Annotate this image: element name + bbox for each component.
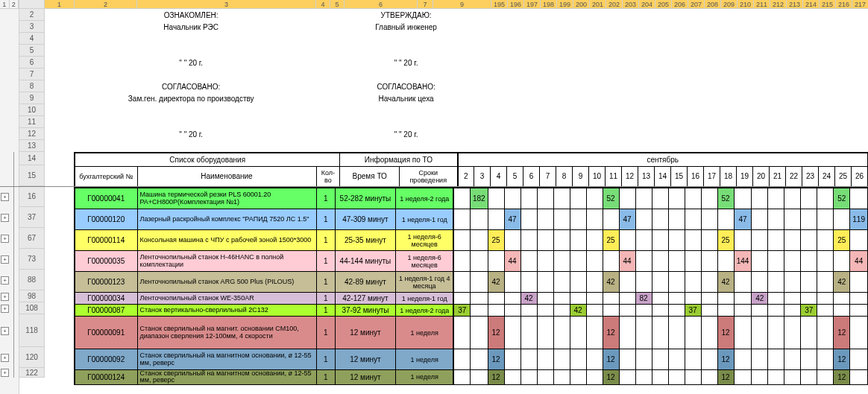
col-header[interactable]: 7 [418, 0, 433, 9]
day-cell[interactable]: 42 [570, 305, 586, 317]
day-cell[interactable] [586, 188, 603, 209]
day-cell[interactable] [701, 188, 717, 209]
day-cell[interactable] [834, 209, 850, 230]
day-cell[interactable] [635, 272, 652, 293]
day-cell[interactable] [570, 317, 586, 349]
day-cell[interactable]: 37 [453, 305, 470, 317]
day-cell[interactable]: 12 [603, 317, 619, 349]
day-cell[interactable] [586, 349, 603, 370]
col-header[interactable]: 204 [639, 0, 655, 9]
day-cell[interactable] [701, 293, 717, 305]
period[interactable]: 1 неделя-1 год 4 месяца [395, 272, 453, 293]
time-to[interactable]: 44-144 минуты [335, 251, 395, 272]
day-cell[interactable] [784, 293, 801, 305]
day-cell[interactable] [586, 293, 603, 305]
acc-id[interactable]: Г00000120 [75, 209, 137, 230]
day-cell[interactable] [752, 230, 768, 251]
day-cell[interactable] [817, 230, 834, 251]
day-cell[interactable] [685, 209, 701, 230]
day-cell[interactable] [752, 251, 768, 272]
day-cell[interactable] [801, 370, 817, 385]
day-cell[interactable]: 47 [504, 209, 521, 230]
row-header[interactable]: 2 [19, 9, 45, 21]
day-cell[interactable] [537, 370, 553, 385]
day-cell[interactable] [752, 305, 768, 317]
row-header[interactable]: 67 [19, 228, 45, 249]
day-cell[interactable] [817, 370, 834, 385]
day-cell[interactable] [701, 272, 717, 293]
day-cell[interactable] [603, 305, 619, 317]
outline-expand-button[interactable]: + [1, 369, 9, 377]
qty[interactable]: 1 [316, 230, 335, 251]
day-cell[interactable] [817, 272, 834, 293]
day-cell[interactable]: 44 [504, 251, 521, 272]
day-cell[interactable] [784, 272, 801, 293]
row-header[interactable]: 5 [19, 45, 45, 57]
day-cell[interactable] [553, 209, 570, 230]
equip-name[interactable]: Консольная машина с ЧПУ с рабочей зоной … [137, 230, 316, 251]
day-cell[interactable] [850, 293, 868, 305]
day-cell[interactable] [453, 188, 470, 209]
day-cell[interactable] [801, 188, 817, 209]
day-cell[interactable] [801, 251, 817, 272]
day-cell[interactable] [784, 370, 801, 385]
row-header[interactable]: 8 [19, 80, 45, 92]
col-header[interactable]: 216 [836, 0, 852, 9]
day-cell[interactable] [752, 209, 768, 230]
day-cell[interactable] [586, 370, 603, 385]
acc-id[interactable]: Г00000114 [75, 230, 137, 251]
day-cell[interactable] [652, 370, 668, 385]
row-header[interactable]: 15 [19, 165, 45, 186]
day-cell[interactable] [586, 305, 603, 317]
day-cell[interactable]: 42 [603, 272, 619, 293]
day-cell[interactable] [668, 209, 685, 230]
day-cell[interactable] [521, 188, 537, 209]
day-cell[interactable] [537, 209, 553, 230]
day-cell[interactable] [784, 317, 801, 349]
day-cell[interactable] [504, 370, 521, 385]
day-cell[interactable] [801, 209, 817, 230]
day-cell[interactable] [570, 370, 586, 385]
time-to[interactable]: 37-92 минуты [335, 305, 395, 317]
day-cell[interactable] [635, 317, 652, 349]
day-cell[interactable] [453, 230, 470, 251]
day-cell[interactable] [570, 230, 586, 251]
day-cell[interactable] [635, 209, 652, 230]
day-cell[interactable] [453, 349, 470, 370]
outline-expand-button[interactable]: + [1, 255, 9, 264]
time-to[interactable]: 12 минут [335, 349, 395, 370]
day-cell[interactable] [586, 209, 603, 230]
day-cell[interactable] [570, 251, 586, 272]
day-cell[interactable] [685, 272, 701, 293]
qty[interactable]: 1 [316, 317, 335, 349]
day-cell[interactable] [768, 209, 784, 230]
row-header[interactable]: 16 [19, 186, 45, 207]
day-cell[interactable] [453, 209, 470, 230]
period[interactable]: 1 неделя-2 года [395, 305, 453, 317]
day-cell[interactable] [619, 272, 635, 293]
day-cell[interactable] [652, 230, 668, 251]
col-header[interactable]: 9 [433, 0, 491, 9]
day-cell[interactable] [717, 305, 734, 317]
qty[interactable]: 1 [316, 272, 335, 293]
day-cell[interactable] [668, 188, 685, 209]
col-header[interactable]: 210 [738, 0, 754, 9]
col-header[interactable]: 217 [852, 0, 868, 9]
day-cell[interactable]: 82 [635, 293, 652, 305]
day-cell[interactable] [850, 188, 868, 209]
day-cell[interactable]: 42 [488, 272, 504, 293]
day-cell[interactable]: 12 [603, 370, 619, 385]
day-cell[interactable]: 12 [834, 317, 850, 349]
day-cell[interactable] [734, 188, 752, 209]
day-cell[interactable] [768, 230, 784, 251]
day-cell[interactable]: 12 [488, 370, 504, 385]
day-cell[interactable] [586, 272, 603, 293]
day-cell[interactable] [685, 230, 701, 251]
day-cell[interactable] [553, 230, 570, 251]
day-cell[interactable] [652, 272, 668, 293]
row-header[interactable]: 6 [19, 57, 45, 69]
col-header[interactable]: 207 [688, 0, 705, 9]
outline-level-2[interactable]: 2 [10, 0, 19, 8]
day-cell[interactable] [652, 251, 668, 272]
day-cell[interactable] [553, 272, 570, 293]
